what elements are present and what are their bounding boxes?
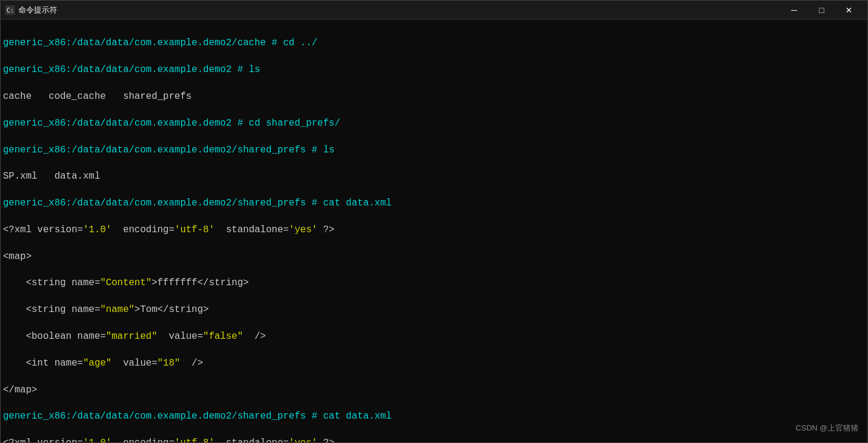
terminal-line-9: <map> [3,250,865,263]
window-controls: ─ □ ✕ [780,1,863,20]
terminal-line-1: generic_x86:/data/data/com.example.demo2… [3,36,865,49]
terminal-line-16: <?xml version='1.0' encoding='utf-8' sta… [3,436,865,442]
terminal-line-5: generic_x86:/data/data/com.example.demo2… [3,143,865,157]
terminal-output[interactable]: generic_x86:/data/data/com.example.demo2… [1,20,867,442]
watermark: CSDN @上官猪猪 [795,423,858,433]
cmd-icon: C: [5,5,15,15]
title-bar-left: C: 命令提示符 [5,5,57,15]
terminal-line-15: generic_x86:/data/data/com.example.demo2… [3,410,865,423]
svg-text:C:: C: [7,7,14,14]
terminal-window: C: 命令提示符 ─ □ ✕ generic_x86:/data/data/co… [0,0,868,443]
terminal-line-6: SP.xml data.xml [3,170,865,183]
minimize-button[interactable]: ─ [780,1,808,20]
terminal-line-8: <?xml version='1.0' encoding='utf-8' sta… [3,223,865,236]
terminal-line-4: generic_x86:/data/data/com.example.demo2… [3,117,865,130]
terminal-line-7: generic_x86:/data/data/com.example.demo2… [3,196,865,210]
terminal-body: generic_x86:/data/data/com.example.demo2… [1,20,867,442]
terminal-line-2: generic_x86:/data/data/com.example.demo2… [3,63,865,76]
terminal-line-11: <string name="name">Tom</string> [3,303,865,316]
terminal-line-13: <int name="age" value="18" /> [3,357,865,370]
terminal-line-14: </map> [3,383,865,397]
close-button[interactable]: ✕ [835,1,863,20]
terminal-line-12: <boolean name="married" value="false" /> [3,330,865,343]
terminal-line-10: <string name="Content">fffffff</string> [3,276,865,289]
maximize-button[interactable]: □ [808,1,835,20]
title-bar: C: 命令提示符 ─ □ ✕ [1,1,867,20]
window-title: 命令提示符 [18,5,57,15]
terminal-line-3: cache code_cache shared_prefs [3,90,865,103]
